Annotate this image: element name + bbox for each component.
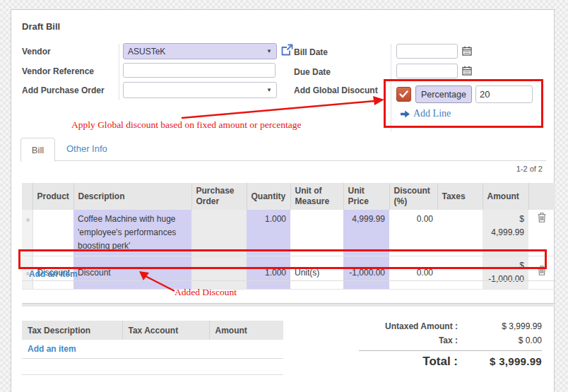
add-an-item-link[interactable]: Add an item [29, 269, 78, 279]
discount-amount-input[interactable] [475, 85, 533, 103]
chevron-down-icon: ▼ [471, 86, 472, 102]
arrow-right-icon [401, 110, 410, 118]
pager[interactable]: 1-2 of 2 [472, 165, 543, 173]
vendor-select-value: ASUSTeK [128, 47, 165, 57]
section-divider [22, 303, 555, 307]
untaxed-amount-value: $ 3,999.99 [468, 321, 542, 331]
add-purchase-order-select[interactable]: ▼ [123, 82, 277, 98]
total-label: Total : [308, 355, 468, 369]
column-header-tax-amount[interactable]: Amount [209, 321, 283, 340]
column-header-unit-price[interactable]: Unit Price [343, 183, 389, 210]
cell-taxes[interactable] [437, 210, 483, 256]
total-value: $ 3,999.99 [468, 355, 542, 367]
discount-type-value: Percentage [416, 86, 471, 102]
bill-date-label: Bill Date [294, 47, 328, 57]
check-icon [399, 90, 408, 98]
vendor-select[interactable]: ASUSTeK ▼ [123, 43, 277, 59]
tax-lines-table: Tax Description Tax Account Amount [22, 321, 283, 340]
vendor-label: Vendor [22, 47, 51, 57]
trash-icon [538, 213, 546, 222]
cell-purchase-order[interactable] [191, 210, 247, 256]
discount-type-select[interactable]: Percentage ▼ [415, 85, 472, 103]
add-line-button[interactable]: Add Line [401, 108, 451, 119]
table-row-coffee-machine[interactable]: Coffee Machine with huge 'employee's per… [22, 210, 555, 256]
add-line-label: Add Line [413, 108, 451, 119]
tax-add-an-item-link[interactable]: Add an item [28, 344, 76, 354]
delete-row-button[interactable] [528, 210, 555, 256]
cell-product[interactable] [32, 210, 73, 256]
column-header-tax-description[interactable]: Tax Description [22, 321, 122, 340]
cell-unit-of-measure[interactable] [290, 210, 343, 256]
form-group-divider [119, 44, 119, 100]
column-header-taxes[interactable]: Taxes [437, 183, 483, 210]
add-global-discount-label: Add Global Disocunt [294, 85, 378, 95]
bill-date-input[interactable] [396, 44, 458, 59]
tax-total-label: Tax : [308, 335, 468, 345]
page-title: Draft Bill [22, 21, 60, 32]
form-group-divider [391, 44, 391, 131]
cell-quantity[interactable]: 1.000 [247, 210, 290, 256]
untaxed-amount-label: Untaxed Amount : [308, 321, 468, 331]
tab-bill[interactable]: Bill [20, 138, 55, 162]
vendor-reference-input[interactable] [123, 63, 276, 78]
add-purchase-order-label: Add Purchase Order [22, 85, 105, 95]
cell-unit-price[interactable]: 4,999.99 [343, 210, 389, 256]
drag-column-header [22, 183, 32, 210]
external-link-icon[interactable] [281, 44, 293, 56]
calendar-icon[interactable] [462, 46, 472, 56]
due-date-input[interactable] [396, 64, 458, 78]
global-discount-checkbox[interactable] [396, 87, 411, 102]
tax-total-value: $ 0.00 [468, 335, 542, 345]
tax-empty-row [22, 359, 283, 375]
delete-column-header [528, 183, 555, 210]
add-item-row: Add an item [22, 269, 555, 281]
page-background: Draft Bill Vendor Vendor Reference Add P… [0, 0, 568, 392]
cell-discount[interactable]: 0.00 [389, 210, 437, 256]
cell-description[interactable]: Coffee Machine with huge 'employee's per… [73, 210, 191, 256]
due-date-label: Due Date [294, 67, 331, 77]
cell-amount[interactable]: $ 4,999.99 [483, 210, 528, 256]
column-header-unit-of-measure[interactable]: Unit of Measure [290, 183, 343, 210]
column-header-quantity[interactable]: Quantity [247, 183, 290, 210]
vendor-reference-label: Vendor Reference [22, 66, 94, 76]
annotation-global-discount: Apply Global discount based on fixed amo… [71, 119, 301, 131]
drag-handle-icon [26, 218, 30, 222]
calendar-icon[interactable] [462, 66, 472, 76]
totals-divider [359, 350, 542, 351]
annotation-added-discount: Added Discount [174, 287, 237, 298]
tab-other-info-label: Other Info [66, 143, 107, 154]
column-header-purchase-order[interactable]: Purchase Order [191, 183, 247, 210]
table-header-row: Product Description Purchase Order Quant… [22, 183, 555, 210]
tab-other-info[interactable]: Other Info [66, 143, 107, 154]
totals-panel: Untaxed Amount : $ 3,999.99 Tax : $ 0.00… [308, 321, 542, 369]
column-header-discount[interactable]: Discount (%) [389, 183, 437, 210]
column-header-amount[interactable]: Amount [483, 183, 528, 210]
drag-handle[interactable] [22, 210, 32, 256]
chevron-down-icon: ▼ [266, 48, 272, 54]
tab-bill-label: Bill [32, 145, 44, 155]
column-header-description[interactable]: Description [73, 183, 191, 210]
column-header-product[interactable]: Product [32, 183, 73, 210]
bill-form-sheet: Draft Bill Vendor Vendor Reference Add P… [11, 9, 555, 392]
column-header-tax-account[interactable]: Tax Account [122, 321, 209, 340]
chevron-down-icon: ▼ [266, 87, 272, 93]
tax-add-item-row: Add an item [22, 340, 283, 359]
